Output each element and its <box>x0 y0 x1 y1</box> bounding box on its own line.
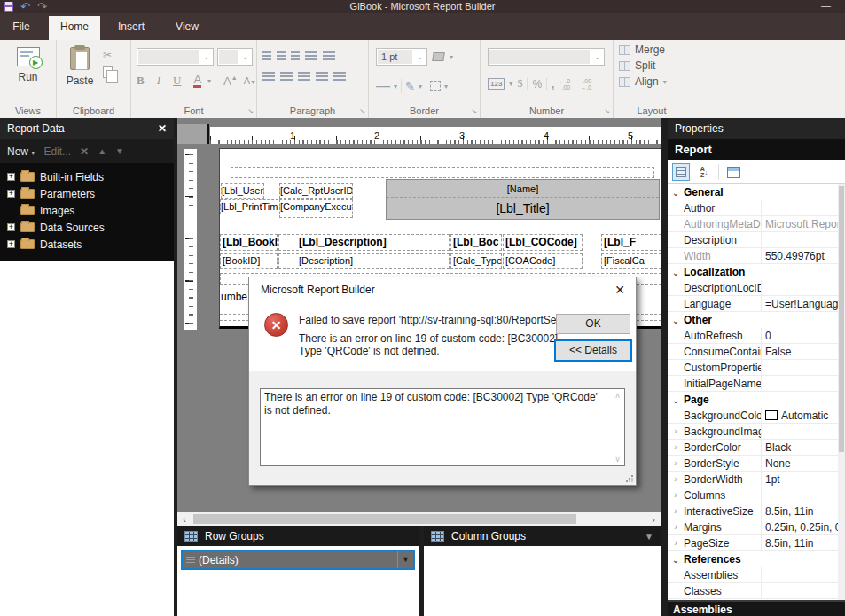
title-block[interactable]: [Name] [Lbl_Title] <box>386 179 660 220</box>
percent-icon[interactable]: % <box>532 78 542 90</box>
new-button[interactable]: New ▾ <box>7 145 35 158</box>
tree-item-built-in-fields[interactable]: + Built-in Fields <box>0 168 174 185</box>
category-general[interactable]: ⌄General <box>668 184 845 200</box>
property-row[interactable]: ›BorderWidth1pt <box>668 472 845 487</box>
property-row[interactable]: ›BorderColorBlack <box>668 440 845 456</box>
property-row[interactable]: Description <box>668 232 845 248</box>
property-row[interactable]: Classes <box>668 583 845 599</box>
property-row[interactable]: ›PageSize8.5in, 11in <box>668 535 845 551</box>
align-right-icon[interactable] <box>298 72 310 82</box>
number-format-icon[interactable]: 123 <box>488 78 505 90</box>
page-header-band[interactable] <box>231 167 654 178</box>
line-style-icon[interactable]: — <box>376 78 390 94</box>
expand-icon[interactable]: + <box>7 223 15 231</box>
property-row[interactable]: InitialPageName <box>668 376 845 392</box>
textbox-lbl-user[interactable]: [Lbl_User] <box>221 183 264 199</box>
category-references[interactable]: ⌄References <box>668 551 845 567</box>
font-name-combo[interactable]: ⌄ <box>137 48 214 66</box>
chevron-down-icon[interactable]: ▼ <box>645 532 653 542</box>
property-row[interactable]: ›InteractiveSize8.5in, 11in <box>668 503 845 519</box>
dropdown-icon[interactable]: ▼ <box>397 551 413 568</box>
tree-item-images[interactable]: + Images <box>0 202 174 219</box>
textbox-company-execution[interactable]: [CompanyExecutio <box>279 199 353 218</box>
table-data-cell[interactable]: [FiscalCa <box>601 253 661 269</box>
align-button[interactable]: Align▾ <box>619 75 690 88</box>
tab-view[interactable]: View <box>161 13 213 40</box>
edit-button[interactable]: Edit... <box>43 145 71 158</box>
font-dialog-launcher[interactable]: ↘ <box>247 107 254 115</box>
align-top-icon[interactable] <box>262 51 271 61</box>
fill-color-icon[interactable] <box>432 52 444 61</box>
scrollbar-thumb[interactable] <box>839 186 844 452</box>
align-bottom-icon[interactable] <box>291 51 300 61</box>
grow-font-button[interactable]: A▲ <box>223 74 238 88</box>
property-row[interactable]: ›BorderStyleNone <box>668 456 845 472</box>
close-icon[interactable]: ✕ <box>614 283 625 297</box>
paragraph-dialog-launcher[interactable]: ↘ <box>359 107 365 115</box>
table-data-cell[interactable]: [BookID] <box>220 253 278 269</box>
border-width-combo[interactable]: 1 pt⌄ <box>376 48 427 66</box>
textbox-name[interactable]: [Name] <box>387 180 659 198</box>
number-format-combo[interactable]: ⌄ <box>488 48 605 66</box>
numbered-list-icon[interactable] <box>333 72 346 82</box>
shrink-font-button[interactable]: A▼ <box>244 75 256 86</box>
align-left-icon[interactable] <box>262 72 275 82</box>
currency-icon[interactable]: $ <box>517 77 522 90</box>
table-header-cell[interactable]: [Lbl_F <box>601 234 661 251</box>
move-up-icon[interactable]: ▲ <box>98 146 106 156</box>
font-color-button[interactable]: A <box>193 74 201 88</box>
decrease-indent-icon[interactable] <box>305 51 317 61</box>
property-row[interactable]: ›Margins0.25in, 0.25in, 0. <box>668 519 845 535</box>
scrollbar-thumb[interactable] <box>193 514 576 524</box>
table-header-cell[interactable]: [Lbl_BookID <box>220 234 278 251</box>
font-size-combo[interactable]: ⌄ <box>217 48 253 66</box>
property-row[interactable]: CustomProperties <box>668 360 845 376</box>
undo-icon[interactable]: ↶ <box>20 1 30 12</box>
delete-icon[interactable]: ✕ <box>80 145 89 158</box>
tree-item-datasets[interactable]: + Datasets <box>0 236 174 253</box>
textbox-lbl-title[interactable]: [Lbl_Title] <box>387 198 659 219</box>
close-icon[interactable]: ✕ <box>158 118 167 139</box>
tab-insert[interactable]: Insert <box>105 13 158 40</box>
minimize-button[interactable]: — <box>821 0 831 12</box>
tab-file[interactable]: File <box>0 13 43 40</box>
row-groups-panel[interactable]: (Details) ▼ <box>177 546 419 616</box>
textbox-calc-rptuserid[interactable]: [Calc_RptUserID] <box>279 183 353 199</box>
details-toggle-button[interactable]: << Details <box>554 339 632 362</box>
scroll-down-icon[interactable]: ∨ <box>611 455 624 464</box>
property-row[interactable]: DescriptionLocID <box>668 280 845 296</box>
property-row[interactable]: AuthoringMetaDaMicrosoft.Repor <box>668 216 845 232</box>
details-textbox[interactable]: There is an error on line 19 of custom c… <box>260 388 625 466</box>
align-middle-icon[interactable] <box>277 51 286 61</box>
row-group-details-item[interactable]: (Details) ▼ <box>181 550 415 570</box>
border-pen-icon[interactable]: ✎ <box>405 80 415 93</box>
scroll-left-icon[interactable]: ‹ <box>177 514 192 525</box>
category-localization[interactable]: ⌄Localization <box>668 264 845 280</box>
bold-button[interactable]: B <box>137 74 145 88</box>
categorized-view-button[interactable] <box>672 163 690 181</box>
number-dialog-launcher[interactable]: ↘ <box>604 107 610 115</box>
decrease-decimals-icon[interactable]: .00 →.0 <box>580 78 591 90</box>
category-page[interactable]: ⌄Page <box>668 392 845 408</box>
properties-scrollbar[interactable] <box>838 184 845 600</box>
scroll-up-icon[interactable]: ∧ <box>611 391 624 400</box>
tab-home[interactable]: Home <box>49 16 100 40</box>
increase-indent-icon[interactable] <box>323 51 335 61</box>
resize-grip[interactable] <box>625 474 633 482</box>
split-button[interactable]: Split <box>619 59 690 72</box>
border-dialog-launcher[interactable]: ↘ <box>471 107 477 115</box>
table-header-cell[interactable]: [Lbl_Description] <box>278 234 450 251</box>
property-row[interactable]: ›BackgroundImage <box>668 424 845 440</box>
comma-icon[interactable]: , <box>552 78 554 90</box>
expand-icon[interactable]: + <box>7 190 15 198</box>
table-data-cell[interactable]: [Calc_TypeDesc] <box>450 253 502 269</box>
alphabetical-sort-button[interactable]: AZ↓ <box>695 163 713 181</box>
tree-item-data-sources[interactable]: + Data Sources <box>0 219 174 236</box>
column-groups-panel[interactable] <box>424 546 661 616</box>
property-row[interactable]: Language=User!Language <box>668 296 845 312</box>
ok-button[interactable]: OK <box>556 314 630 334</box>
property-row-backgroundcolor[interactable]: BackgroundColorAutomatic <box>668 408 845 424</box>
redo-icon[interactable]: ↷ <box>37 1 47 12</box>
expand-icon[interactable]: + <box>7 240 15 248</box>
table-header-cell[interactable]: [Lbl_COCode] <box>503 234 583 251</box>
